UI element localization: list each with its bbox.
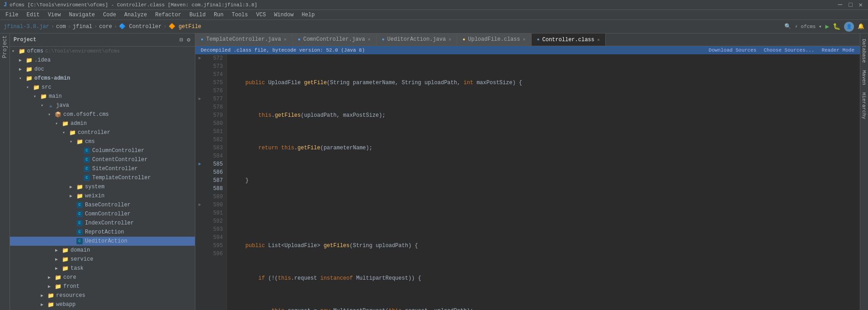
debug-button[interactable]: 🐛 <box>833 23 840 30</box>
tab-close-2[interactable]: ✕ <box>368 37 371 42</box>
breadcrumb-pkg2[interactable]: jfinal <box>73 24 92 30</box>
breadcrumb-method[interactable]: 🔶 getFile <box>169 23 202 30</box>
tree-item-ContentController[interactable]: ▶ C ContentController <box>10 155 195 164</box>
notifications-icon[interactable]: 🔔 <box>858 23 864 30</box>
code-line-577: public List<UploadFile> getFiles(String … <box>232 242 860 250</box>
tab-label: TemplateController.java <box>206 36 281 43</box>
restore-button[interactable]: □ <box>847 1 854 9</box>
tree-item-package[interactable]: ▾ 📦 com.ofsoft.cms <box>10 110 195 119</box>
linenum-591: 591 <box>204 209 226 217</box>
tree-item-java[interactable]: ▾ ☕ java <box>10 101 195 110</box>
menu-item-analyze[interactable]: Analyze <box>121 11 151 19</box>
info-text: Decompiled .class file, bytecode version… <box>201 48 365 53</box>
menu-item-build[interactable]: Build <box>186 11 209 19</box>
tree-item-front[interactable]: ▶ 📁 front <box>10 282 195 291</box>
tree-item-admin[interactable]: ▾ 📁 admin <box>10 119 195 128</box>
linenum-580: 580 <box>204 119 226 128</box>
tree-item-resources[interactable]: ▶ 📁 resources <box>10 291 195 300</box>
menu-item-tools[interactable]: Tools <box>228 11 252 19</box>
tree-item-controller[interactable]: ▾ 📁 controller <box>10 128 195 137</box>
tree-item-ColumnController[interactable]: ▶ C ColumnController <box>10 146 195 155</box>
tab-close-3[interactable]: ✕ <box>448 37 451 42</box>
tree-item-system[interactable]: ▶ 📁 system <box>10 182 195 191</box>
breadcrumb-pkg1[interactable]: com <box>56 24 66 30</box>
tree-item-doc[interactable]: ▶ 📁 doc <box>10 65 195 74</box>
tree-item-task[interactable]: ▶ 📁 task <box>10 264 195 273</box>
gutter-573 <box>195 62 204 71</box>
minimize-button[interactable]: ─ <box>836 1 844 9</box>
tab-ComnController[interactable]: ● ComnController.java ✕ <box>292 33 377 46</box>
title-text: ofcms [C:\Tools\enviroment\ofcms] - Cont… <box>9 2 257 8</box>
menu-item-edit[interactable]: Edit <box>23 11 43 19</box>
tree-item-ofcms[interactable]: ▾ 📁 ofcms C:\Tools\enviroment\ofcms <box>10 47 195 56</box>
gutter-572: ▶ <box>195 54 204 62</box>
choose-sources-link[interactable]: Choose Sources... <box>764 48 814 53</box>
maven-label[interactable]: Maven <box>861 68 868 87</box>
tree-item-ReprotAction[interactable]: ▶ C ReprotAction <box>10 228 195 237</box>
menu-item-navigate[interactable]: Navigate <box>65 11 99 19</box>
close-button[interactable]: ✕ <box>857 1 864 9</box>
title-bar: J ofcms [C:\Tools\enviroment\ofcms] - Co… <box>0 0 868 10</box>
tab-close-1[interactable]: ✕ <box>284 37 287 42</box>
menu-item-window[interactable]: Window <box>270 11 297 19</box>
tree-item-webapp[interactable]: ▶ 📁 webapp <box>10 300 195 309</box>
info-actions: Download Sources Choose Sources... Reade… <box>709 48 854 53</box>
tree-item-domain[interactable]: ▶ 📁 domain <box>10 246 195 255</box>
tree-item-ComnController[interactable]: ▶ C ComnController <box>10 210 195 219</box>
linenum-581: 581 <box>204 128 226 136</box>
gutter-580 <box>195 119 204 128</box>
code-editor: ▶ ▶ ▶ ▶ <box>195 54 860 310</box>
tree-item-weixin[interactable]: ▶ 📁 weixin <box>10 191 195 200</box>
linenum-583: 583 <box>204 144 226 152</box>
menu-item-run[interactable]: Run <box>210 11 227 19</box>
tab-Controller[interactable]: ● Controller.class ✕ <box>532 33 606 46</box>
database-label[interactable]: Database <box>861 37 868 65</box>
tree-item-service[interactable]: ▶ 📁 service <box>10 255 195 264</box>
editor-tabs: ● TemplateController.java ✕ ● ComnContro… <box>195 33 860 46</box>
gutter-585: ▶ <box>195 160 204 168</box>
code-content[interactable]: public UploadFile getFile(String paramet… <box>227 54 860 310</box>
tree-item-IndexController[interactable]: ▶ C IndexController <box>10 219 195 228</box>
tree-item-SiteController[interactable]: ▶ C SiteController <box>10 164 195 173</box>
reader-mode-link[interactable]: Reader Mode <box>821 48 854 53</box>
tree-item-idea[interactable]: ▶ 📁 .idea <box>10 56 195 65</box>
breadcrumb-class[interactable]: 🔷 Controller <box>119 23 161 30</box>
tree-item-TemplateController[interactable]: ▶ C TemplateController <box>10 173 195 182</box>
collapse-all-icon[interactable]: ⊟ <box>179 35 184 44</box>
tree-item-ofcms-admin[interactable]: ▾ 📁 ofcms-admin <box>10 74 195 83</box>
settings-icon[interactable]: ⚙ <box>186 35 191 44</box>
info-bar: Decompiled .class file, bytecode version… <box>195 46 860 54</box>
hierarchy-label[interactable]: Hierarchy <box>861 91 868 121</box>
tab-UploadFile[interactable]: ● UploadFile.class ✕ <box>457 33 531 46</box>
menu-item-file[interactable]: File <box>2 11 22 19</box>
tab-close-5[interactable]: ✕ <box>597 37 600 43</box>
tab-icon4: ● <box>462 37 465 42</box>
linenum-579: 579 <box>204 111 226 119</box>
breadcrumb-project[interactable]: jfinal-3.8.jar <box>4 24 49 30</box>
tree-item-main[interactable]: ▾ 📁 main <box>10 92 195 101</box>
tree-item-core[interactable]: ▶ 📁 core <box>10 273 195 282</box>
linenum-593: 593 <box>204 225 226 234</box>
project-icon[interactable]: Project <box>2 35 8 58</box>
gutter-581 <box>195 128 204 136</box>
tab-label5: Controller.class <box>542 37 594 43</box>
menu-item-help[interactable]: Help <box>298 11 318 19</box>
tab-close-4[interactable]: ✕ <box>523 37 525 42</box>
download-sources-link[interactable]: Download Sources <box>709 48 757 53</box>
linenum-584: 584 <box>204 152 226 160</box>
menu-item-refactor[interactable]: Refactor <box>151 11 185 19</box>
breadcrumb-pkg3[interactable]: core <box>99 24 112 30</box>
menu-item-vcs[interactable]: VCS <box>253 11 270 19</box>
tree-item-src[interactable]: ▾ 📁 src <box>10 83 195 92</box>
menu-item-code[interactable]: Code <box>99 11 120 19</box>
menu-item-view[interactable]: View <box>44 11 65 19</box>
run-button[interactable]: ▶ <box>826 23 829 30</box>
tab-UeditorAction[interactable]: ● UeditorAction.java ✕ <box>377 33 458 46</box>
line-numbers: 572 573 574 575 576 577 578 579 580 581 … <box>204 54 227 310</box>
tree-item-UeditorAction[interactable]: ▶ C UeditorAction <box>10 237 195 246</box>
search-everywhere-icon[interactable]: 🔍 <box>784 23 791 30</box>
tree-item-cms[interactable]: ▾ 📁 cms <box>10 137 195 146</box>
tab-TemplateController[interactable]: ● TemplateController.java ✕ <box>195 33 292 46</box>
window-controls[interactable]: ─ □ ✕ <box>836 1 864 9</box>
tree-item-BaseController[interactable]: ▶ C BaseController <box>10 200 195 210</box>
